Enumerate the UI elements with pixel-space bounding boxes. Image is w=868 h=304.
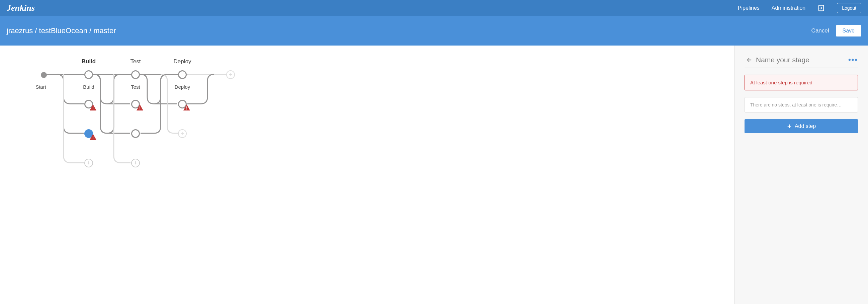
nav-administration[interactable]: Administration xyxy=(772,5,805,11)
add-parallel-deploy[interactable]: + xyxy=(178,129,187,138)
back-arrow-icon[interactable] xyxy=(745,56,752,64)
error-message: At least one step is required xyxy=(745,75,858,90)
top-header: Jenkins Pipelines Administration Logout xyxy=(0,0,868,16)
parallel-node-test-3[interactable] xyxy=(131,129,140,138)
save-button[interactable]: Save xyxy=(836,25,861,36)
start-node[interactable] xyxy=(41,72,47,78)
stage-header-test: Test xyxy=(119,58,152,65)
error-icon: ! xyxy=(90,134,96,140)
cancel-button[interactable]: Cancel xyxy=(811,27,829,34)
stage-header-deploy: Deploy xyxy=(166,58,199,65)
add-step-button[interactable]: Add step xyxy=(745,119,858,133)
nav-pipelines[interactable]: Pipelines xyxy=(738,5,760,11)
svg-text:!: ! xyxy=(92,135,94,140)
more-menu-icon[interactable]: ••• xyxy=(848,56,858,64)
add-parallel-build[interactable]: + xyxy=(84,159,93,168)
plus-icon xyxy=(787,124,792,129)
logout-button[interactable]: Logout xyxy=(837,3,861,13)
add-step-label: Add step xyxy=(795,123,816,129)
stage-name-input[interactable] xyxy=(756,56,848,64)
add-parallel-test[interactable]: + xyxy=(131,159,140,168)
login-icon[interactable] xyxy=(817,4,825,12)
jenkins-logo[interactable]: Jenkins xyxy=(7,3,35,13)
pipeline-canvas[interactable]: Build Test Deploy Start + Build Test Dep… xyxy=(0,45,734,304)
steps-empty-message: There are no steps, at least one is requ… xyxy=(745,97,858,113)
stage-header-build: Build xyxy=(72,58,105,65)
start-label: Start xyxy=(24,84,58,90)
sub-header: jraezrus / testBlueOcean / master Cancel… xyxy=(0,16,868,45)
stage-editor-panel: ••• At least one step is required There … xyxy=(734,45,868,304)
breadcrumb[interactable]: jraezrus / testBlueOcean / master xyxy=(7,26,116,35)
